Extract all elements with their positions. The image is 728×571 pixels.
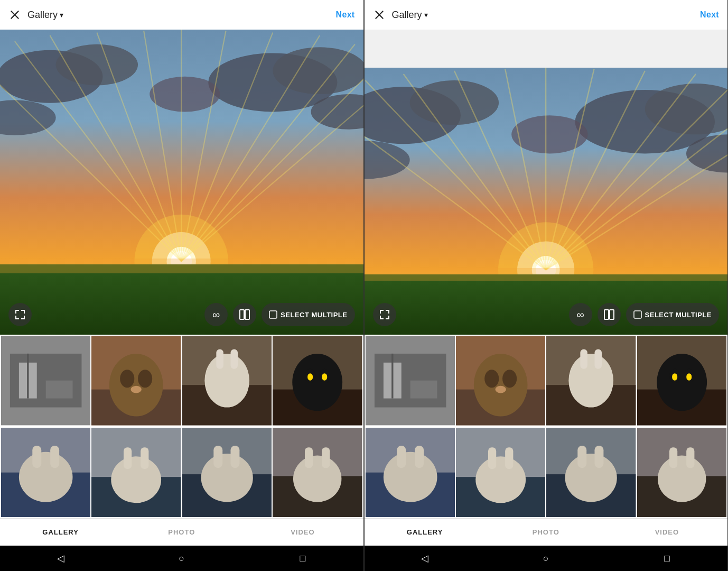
top-bar-right-group: Gallery ▾ [373, 8, 428, 21]
home-icon-left: ○ [179, 553, 184, 564]
thumbnail-rabbit1-right[interactable] [546, 336, 636, 425]
thumbnail-rabbit2-right[interactable] [366, 428, 455, 517]
svg-rect-35 [24, 316, 25, 319]
svg-point-4 [56, 44, 138, 86]
svg-point-142 [672, 373, 677, 381]
svg-rect-157 [578, 446, 587, 468]
svg-point-89 [511, 115, 587, 153]
thumbnail-rabbit2[interactable] [1, 428, 90, 517]
split-icon-right [604, 309, 614, 320]
split-button-left[interactable] [233, 303, 256, 326]
back-button-left[interactable]: ◁ [50, 548, 71, 569]
svg-rect-27 [0, 259, 363, 273]
main-image-right: ∞ SELECT MULTIPLE [365, 68, 728, 335]
tab-photo-left[interactable]: PHOTO [121, 519, 242, 546]
thumbnail-rabbit5-right[interactable] [637, 428, 726, 517]
svg-rect-71 [141, 447, 149, 469]
thumb-rabbit2-img-right [366, 428, 455, 517]
left-panel: Gallery ▾ Next [0, 0, 364, 571]
thumbnail-cat1[interactable] [91, 336, 181, 425]
expand-button-left[interactable] [8, 303, 32, 326]
thumb-cat1-img-right [456, 336, 545, 425]
thumbnail-bw[interactable] [1, 336, 90, 425]
close-button[interactable] [8, 8, 21, 21]
svg-rect-119 [610, 310, 614, 319]
thumb-rabbit5-img [273, 428, 362, 517]
thumbnail-rabbit3-right[interactable] [456, 428, 545, 517]
thumb-cat2-img-right [637, 336, 726, 425]
close-button-right[interactable] [373, 8, 386, 21]
thumbnail-cat2[interactable] [273, 336, 362, 425]
select-multiple-button-left[interactable]: SELECT MULTIPLE [262, 303, 354, 326]
thumbnail-cat1-right[interactable] [456, 336, 545, 425]
thumbnail-bw-right[interactable] [366, 336, 455, 425]
svg-rect-148 [415, 446, 424, 468]
thumbnail-rabbit4-right[interactable] [546, 428, 636, 517]
home-icon-right: ○ [543, 553, 549, 564]
svg-point-79 [293, 455, 341, 502]
select-icon-right [633, 310, 642, 319]
svg-point-86 [409, 80, 498, 125]
svg-point-61 [322, 373, 327, 381]
thumbnail-rabbit5[interactable] [273, 428, 362, 517]
svg-rect-124 [410, 381, 437, 399]
svg-point-143 [686, 373, 692, 381]
next-button-right[interactable]: Next [700, 10, 719, 20]
infinity-button-right[interactable]: ∞ [569, 303, 592, 326]
svg-rect-65 [32, 446, 41, 468]
right-panel: Gallery ▾ Next [365, 0, 729, 571]
infinity-icon-right: ∞ [576, 309, 584, 321]
home-button-left[interactable]: ○ [171, 548, 192, 569]
infinity-button-left[interactable]: ∞ [204, 303, 228, 326]
thumbnail-rabbit3[interactable] [91, 428, 181, 517]
select-multiple-button-right[interactable]: SELECT MULTIPLE [626, 303, 719, 326]
svg-point-128 [474, 354, 528, 417]
svg-rect-118 [604, 310, 609, 319]
top-bar-left: Gallery ▾ Next [0, 0, 363, 30]
recents-button-right[interactable]: □ [656, 548, 677, 569]
svg-point-129 [484, 370, 499, 388]
svg-rect-153 [505, 447, 513, 469]
thumbnail-rabbit1[interactable] [182, 336, 272, 425]
svg-point-6 [273, 47, 363, 94]
svg-point-7 [150, 77, 220, 112]
tab-photo-right[interactable]: PHOTO [486, 519, 606, 546]
thumbnails-left [0, 335, 363, 518]
recents-button-left[interactable]: □ [292, 548, 313, 569]
svg-point-130 [502, 370, 517, 388]
tab-gallery-left[interactable]: GALLERY [0, 519, 121, 546]
select-multiple-label-right: SELECT MULTIPLE [645, 311, 712, 319]
svg-point-74 [201, 454, 253, 502]
next-button[interactable]: Next [336, 10, 355, 20]
svg-rect-109 [365, 268, 728, 281]
svg-rect-42 [46, 381, 73, 399]
svg-rect-113 [388, 310, 389, 314]
thumbnails-right [365, 335, 728, 518]
gray-space-right [365, 30, 728, 68]
expand-button-right[interactable] [373, 303, 396, 326]
svg-rect-162 [669, 447, 677, 468]
svg-rect-158 [595, 446, 604, 468]
svg-rect-135 [581, 349, 588, 369]
split-button-right[interactable] [598, 303, 621, 326]
thumbnail-rabbit4[interactable] [182, 428, 272, 517]
gallery-title-text-right: Gallery [392, 10, 422, 21]
tab-video-right[interactable]: VIDEO [606, 519, 727, 546]
thumb-row-2-left [0, 427, 363, 518]
tab-gallery-right[interactable]: GALLERY [365, 519, 486, 546]
tab-video-left[interactable]: VIDEO [242, 519, 363, 546]
thumbnail-cat2-right[interactable] [637, 336, 726, 425]
gallery-title-dropdown-right[interactable]: Gallery ▾ [392, 10, 428, 21]
gallery-title-text: Gallery [27, 10, 58, 21]
gallery-title-dropdown[interactable]: Gallery ▾ [27, 10, 63, 21]
svg-point-52 [204, 354, 249, 408]
back-button-right[interactable]: ◁ [414, 548, 435, 569]
home-button-right[interactable]: ○ [535, 548, 556, 569]
thumb-rabbit1-img-right [546, 336, 636, 425]
svg-point-49 [131, 386, 142, 393]
thumb-bw-img-right [366, 336, 455, 425]
svg-rect-31 [24, 310, 25, 314]
svg-point-64 [19, 452, 73, 502]
recents-icon-left: □ [300, 553, 305, 564]
android-nav-right: ◁ ○ □ [365, 546, 728, 571]
